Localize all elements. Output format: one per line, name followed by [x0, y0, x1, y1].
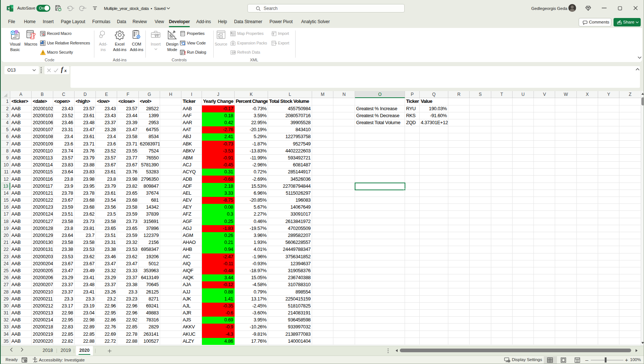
svg-text:X: X: [8, 6, 10, 10]
